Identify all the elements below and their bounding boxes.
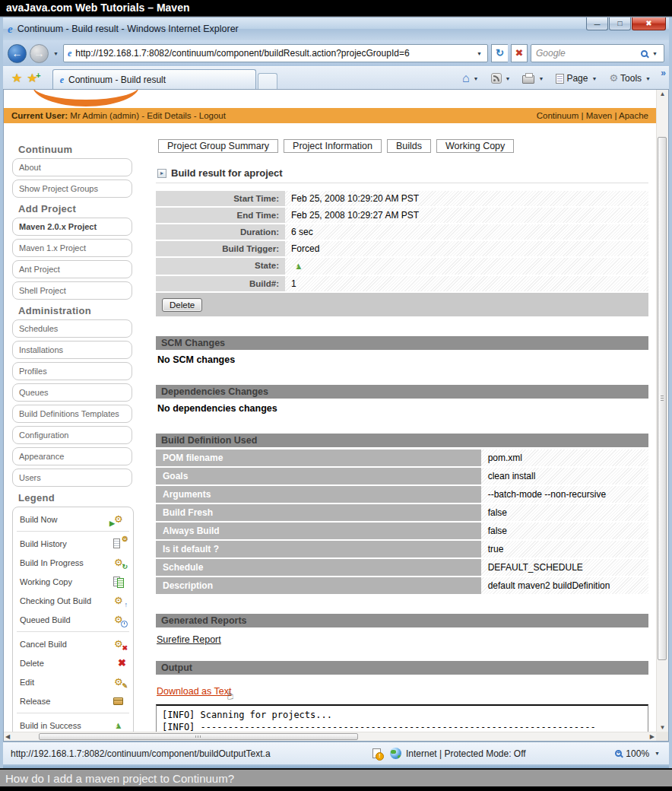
current-user-label: Current User:	[11, 111, 68, 120]
video-caption-text: How do I add a maven project to Continuu…	[5, 772, 234, 785]
tab-project-group-summary[interactable]: Project Group Summary	[158, 139, 278, 153]
zoom-dropdown-icon[interactable]	[653, 751, 661, 756]
table-row: Build Fresh false	[156, 504, 648, 521]
browser-viewport: Current User: Mr Admin (admin)Edit Detai…	[3, 89, 669, 742]
home-icon[interactable]	[462, 72, 470, 84]
build-definition-header: Build Definition Used	[156, 434, 648, 447]
edit-details-link[interactable]: Edit Details	[139, 111, 191, 120]
sidebar-item-installations[interactable]: Installations	[12, 341, 132, 359]
browser-tab[interactable]: e Continuum - Build result	[52, 69, 256, 89]
legend-divider	[17, 713, 129, 713]
vertical-scrollbar[interactable]: ▲ ▼	[656, 90, 668, 732]
scroll-down-icon[interactable]: ▼	[657, 724, 668, 731]
scroll-up-icon[interactable]: ▲	[657, 91, 668, 97]
maximize-button[interactable]	[609, 17, 631, 30]
stop-button[interactable]	[511, 44, 528, 62]
add-favorite-icon[interactable]	[24, 68, 40, 88]
horizontal-scrollbar-thumb[interactable]	[39, 733, 358, 740]
sidebar-item-show-project-groups[interactable]: Show Project Groups	[12, 179, 132, 198]
search-box[interactable]: Google	[531, 44, 664, 62]
print-icon[interactable]	[522, 75, 534, 84]
tab-builds[interactable]: Builds	[387, 139, 431, 153]
sidebar-item-about[interactable]: About	[12, 158, 132, 176]
delete-bar: Delete	[156, 293, 648, 316]
table-row: Arguments --batch-mode --non-recursive	[156, 486, 648, 503]
page-dropdown-icon[interactable]	[590, 76, 598, 81]
tools-menu-icon[interactable]	[609, 73, 618, 84]
page-menu-icon[interactable]	[556, 74, 564, 84]
tools-dropdown-icon[interactable]	[644, 76, 652, 81]
vertical-scrollbar-thumb[interactable]	[658, 137, 667, 660]
tab-title[interactable]: Continuum - Build result	[68, 75, 166, 85]
legend-item: Edit ⚙✎	[20, 672, 126, 691]
favorites-icon[interactable]	[9, 68, 24, 88]
continuum-link[interactable]: Continuum	[537, 111, 579, 120]
minimize-button[interactable]	[586, 17, 608, 30]
build-history-icon: ⚙	[111, 538, 126, 550]
zoom-control[interactable]: 100%	[615, 748, 661, 759]
command-bar: Page Tools	[462, 68, 663, 89]
sidebar-item-build-definitions-templates[interactable]: Build Definitions Templates	[12, 405, 132, 423]
logout-link[interactable]: Logout	[192, 111, 226, 120]
tab-project-information[interactable]: Project Information	[284, 139, 382, 153]
print-dropdown-icon[interactable]	[537, 76, 545, 81]
sidebar: Continuum About Show Project Groups Add …	[10, 138, 144, 732]
video-title: avaJava.com Web Tutorials – Maven	[6, 2, 189, 14]
address-url[interactable]: http://192.168.1.7:8082/continuum/compon…	[75, 48, 471, 59]
search-placeholder[interactable]: Google	[536, 48, 638, 59]
scroll-left-icon[interactable]: ◀	[5, 733, 10, 740]
new-tab-stub[interactable]	[258, 73, 277, 89]
legend-item: Release	[20, 691, 126, 710]
close-button[interactable]	[632, 17, 666, 30]
continuum-logo-swoosh-icon	[33, 90, 139, 106]
sidebar-item-shell-project[interactable]: Shell Project	[12, 281, 132, 300]
search-dropdown-icon[interactable]	[651, 51, 659, 56]
overflow-chevron-icon[interactable]	[661, 68, 666, 78]
sidebar-item-queues[interactable]: Queues	[12, 383, 132, 402]
tools-menu-label[interactable]: Tools	[620, 73, 642, 84]
tab-bar: e Continuum - Build result Page Tools	[3, 66, 669, 89]
page-alert-icon[interactable]	[372, 748, 381, 758]
sidebar-item-appearance[interactable]: Appearance	[12, 447, 132, 465]
feeds-icon[interactable]	[491, 73, 502, 84]
legend-item: Build in Success ▲✓	[20, 716, 126, 732]
build-in-progress-icon: ⚙↻	[111, 557, 126, 569]
maven-link[interactable]: Maven	[578, 111, 612, 120]
console-line: [INFO] ---------------------------------…	[162, 721, 642, 732]
refresh-button[interactable]	[491, 44, 508, 62]
page-menu-label[interactable]: Page	[566, 73, 588, 84]
table-row: Start Time: Feb 25, 2008 10:29:20 AM PST	[156, 191, 648, 206]
legend-panel: Build Now ⚙▶ Build History ⚙ Build In Pr…	[12, 507, 134, 732]
address-dropdown-icon[interactable]	[475, 51, 483, 56]
sidebar-item-configuration[interactable]: Configuration	[12, 426, 132, 444]
zoom-level[interactable]: 100%	[626, 748, 649, 759]
delete-button[interactable]: Delete	[162, 298, 202, 312]
status-bar: http://192.168.1.7:8082/continuum/compon…	[3, 742, 669, 764]
video-title-bar: avaJava.com Web Tutorials – Maven	[0, 0, 672, 17]
back-button[interactable]	[8, 44, 27, 63]
home-dropdown-icon[interactable]	[472, 76, 480, 81]
feeds-dropdown-icon[interactable]	[504, 76, 512, 81]
scroll-right-icon[interactable]: ▶	[650, 733, 655, 740]
sidebar-item-users[interactable]: Users	[12, 469, 132, 487]
sidebar-item-maven1-project[interactable]: Maven 1.x Project	[12, 239, 132, 257]
legend-item: Cancel Build ⚙✖	[20, 634, 126, 653]
sidebar-item-schedules[interactable]: Schedules	[12, 319, 132, 338]
build-result-table: Start Time: Feb 25, 2008 10:29:20 AM PST…	[156, 191, 648, 316]
working-copy-icon	[111, 576, 126, 588]
tab-working-copy[interactable]: Working Copy	[436, 139, 514, 153]
forward-button[interactable]	[30, 44, 49, 63]
surefire-report-link[interactable]: Surefire Report	[157, 634, 221, 645]
address-bar[interactable]: e http://192.168.1.7:8082/continuum/comp…	[63, 44, 488, 62]
apache-link[interactable]: Apache	[612, 111, 648, 120]
download-as-text-link[interactable]: Download as Text	[157, 686, 231, 697]
sidebar-item-profiles[interactable]: Profiles	[12, 362, 132, 380]
history-dropdown-icon[interactable]	[52, 51, 60, 56]
horizontal-scrollbar[interactable]: ◀ ▶	[4, 732, 656, 741]
sidebar-item-ant-project[interactable]: Ant Project	[12, 260, 132, 278]
internet-zone-icon	[390, 748, 401, 759]
legend-item: Working Copy	[20, 572, 126, 591]
table-row: Schedule DEFAULT_SCHEDULE	[156, 559, 648, 576]
sidebar-item-maven2-project[interactable]: Maven 2.0.x Project	[12, 218, 132, 236]
search-icon[interactable]	[641, 50, 648, 57]
